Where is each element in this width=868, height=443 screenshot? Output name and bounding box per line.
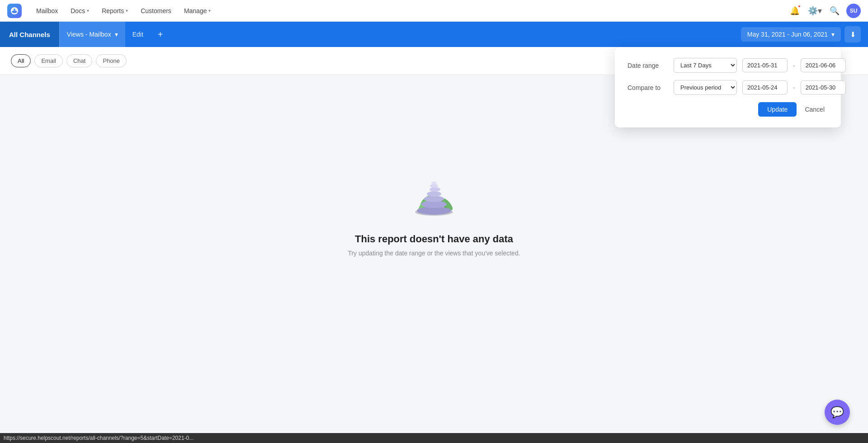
- nav-items: Mailbox Docs ▾ Reports ▾ Customers Manag…: [31, 5, 787, 17]
- compare-start-input[interactable]: [742, 80, 788, 94]
- update-button[interactable]: Update: [758, 102, 797, 117]
- nav-customers[interactable]: Customers: [135, 5, 177, 17]
- views-mailbox-dropdown[interactable]: Views - Mailbox ▾: [59, 22, 125, 47]
- views-chevron-icon: ▾: [115, 31, 118, 38]
- date-dash: -: [793, 62, 795, 69]
- compare-select[interactable]: Previous period Previous year Custom: [674, 80, 737, 95]
- empty-illustration: [398, 156, 470, 219]
- avatar-initials: SU: [850, 8, 858, 14]
- manage-chevron-icon: ▾: [208, 8, 211, 13]
- add-view-button[interactable]: +: [151, 22, 170, 47]
- search-button[interactable]: 🔍: [826, 3, 843, 19]
- download-button[interactable]: ⬇: [844, 26, 861, 42]
- svg-point-7: [424, 196, 444, 202]
- edit-button[interactable]: Edit: [125, 22, 151, 47]
- tab-email[interactable]: Email: [34, 54, 63, 67]
- gear-icon: ⚙️: [808, 6, 818, 16]
- notifications-button[interactable]: 🔔: [787, 3, 803, 19]
- nav-reports-label: Reports: [102, 7, 124, 14]
- empty-title: This report doesn't have any data: [355, 233, 513, 245]
- nav-mailbox-label: Mailbox: [36, 7, 58, 14]
- docs-chevron-icon: ▾: [87, 8, 89, 13]
- compare-to-label: Compare to: [627, 84, 668, 91]
- nav-reports[interactable]: Reports ▾: [96, 5, 133, 17]
- date-end-input[interactable]: [801, 58, 846, 72]
- sub-nav-title: All Channels: [0, 22, 59, 47]
- date-range-label: May 31, 2021 - Jun 06, 2021: [747, 31, 828, 38]
- svg-point-11: [431, 182, 437, 185]
- reports-chevron-icon: ▾: [126, 8, 128, 13]
- nav-mailbox[interactable]: Mailbox: [31, 5, 63, 17]
- popup-actions: Update Cancel: [627, 102, 828, 117]
- date-range-chevron-icon: ▾: [831, 31, 835, 38]
- popup-date-range-row: Date range Last 7 Days Last 14 Days Last…: [627, 58, 828, 73]
- date-range-popup: Date range Last 7 Days Last 14 Days Last…: [615, 47, 841, 127]
- nav-docs-label: Docs: [71, 7, 85, 14]
- empty-subtitle: Try updating the date range or the views…: [348, 250, 520, 257]
- svg-point-8: [427, 191, 441, 197]
- tab-chat[interactable]: Chat: [66, 54, 92, 67]
- sub-nav: All Channels Views - Mailbox ▾ Edit + Ma…: [0, 22, 868, 47]
- nav-manage-label: Manage: [184, 7, 207, 14]
- settings-chevron-icon: ▾: [818, 6, 822, 16]
- nav-customers-label: Customers: [141, 7, 171, 14]
- avatar[interactable]: SU: [846, 4, 861, 18]
- svg-point-9: [429, 187, 440, 192]
- date-range-button[interactable]: May 31, 2021 - Jun 06, 2021 ▾: [741, 27, 841, 42]
- sub-nav-right: May 31, 2021 - Jun 06, 2021 ▾ ⬇: [741, 26, 868, 42]
- top-nav: Mailbox Docs ▾ Reports ▾ Customers Manag…: [0, 0, 868, 22]
- settings-button[interactable]: ⚙️ ▾: [807, 3, 823, 19]
- date-start-input[interactable]: [742, 58, 788, 72]
- tab-all[interactable]: All: [11, 54, 31, 67]
- tab-phone[interactable]: Phone: [96, 54, 127, 67]
- nav-manage[interactable]: Manage ▾: [179, 5, 217, 17]
- compare-dash: -: [793, 84, 795, 91]
- sub-nav-left: All Channels Views - Mailbox ▾ Edit +: [0, 22, 741, 47]
- download-icon: ⬇: [850, 30, 856, 39]
- notification-badge: [797, 5, 801, 8]
- views-mailbox-label: Views - Mailbox: [67, 31, 111, 38]
- compare-end-input[interactable]: [801, 80, 846, 94]
- date-range-select[interactable]: Last 7 Days Last 14 Days Last 30 Days Cu…: [674, 58, 737, 73]
- popup-compare-row: Compare to Previous period Previous year…: [627, 80, 828, 95]
- popup-container: Date range Last 7 Days Last 14 Days Last…: [615, 47, 841, 127]
- nav-docs[interactable]: Docs ▾: [65, 5, 94, 17]
- date-range-label: Date range: [627, 62, 668, 69]
- cancel-button[interactable]: Cancel: [801, 102, 828, 117]
- nav-right: 🔔 ⚙️ ▾ 🔍 SU: [787, 3, 861, 19]
- search-icon: 🔍: [830, 6, 840, 16]
- app-logo[interactable]: [7, 4, 22, 18]
